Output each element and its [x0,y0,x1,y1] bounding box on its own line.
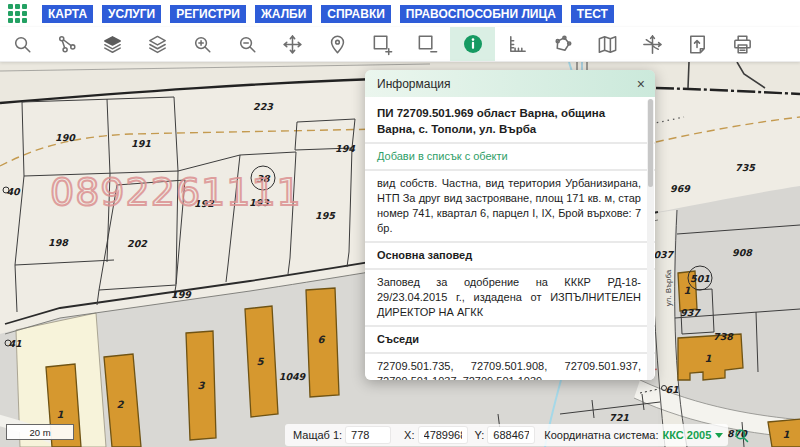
close-icon[interactable]: × [637,77,645,91]
zoom-out-icon[interactable] [225,27,270,61]
layers-outline-icon[interactable] [135,27,180,61]
add-to-list-link[interactable]: Добави в списък с обекти [365,144,655,169]
app-window: КАРТА УСЛУГИ РЕГИСТРИ ЖАЛБИ СПРАВКИ ПРАВ… [0,0,800,447]
neighbors-text: 72709.501.735, 72709.501.908, 72709.501.… [365,354,655,380]
x-label: X: [404,429,414,441]
scale-label: Мащаб 1: [293,429,342,441]
crs-label: Координатна система: [544,429,658,441]
y-input[interactable] [488,427,534,443]
crs-value[interactable]: ККС 2005 [663,429,712,441]
scale-bar: 20 m [6,424,74,440]
status-bar: Мащаб 1: X: Y: Координатна система: ККС … [285,424,728,446]
scale-bar-label: 20 m [29,427,50,438]
apps-grid-icon[interactable] [8,4,27,23]
popup-scrollbar[interactable] [647,99,654,380]
menu-uslugi[interactable]: УСЛУГИ [102,5,161,23]
order-heading: Основна заповед [365,243,655,268]
pan-icon[interactable] [270,27,315,61]
parcel-details: вид собств. Частна, вид територия Урбани… [365,171,655,241]
measure-area-icon[interactable] [540,27,585,61]
chevron-down-icon[interactable] [715,433,723,438]
menu-zhalbi[interactable]: ЖАЛБИ [255,5,312,23]
layers-filled-icon[interactable] [90,27,135,61]
info-popup-body: ПИ 72709.501.969 област Варна, община Ва… [365,97,655,380]
menu-registri[interactable]: РЕГИСТРИ [170,5,246,23]
coordinate-axes-icon[interactable] [630,27,675,61]
print-icon[interactable] [720,27,765,61]
zoom-in-icon[interactable] [180,27,225,61]
x-input[interactable] [419,427,467,443]
order-text: Заповед за одобрение на КККР РД-18-29/23… [365,270,655,325]
info-popup-header: Информация × [365,70,655,97]
scrollbar-thumb[interactable] [648,99,653,187]
street-name-label: ул. Върба [664,270,673,307]
menu-pravosposobni-litsa[interactable]: ПРАВОСПОСОБНИ ЛИЦА [400,5,562,23]
info-popup-title: Информация [377,77,450,91]
neighbors-heading: Съседи [365,327,655,352]
zoom-rect-in-icon[interactable] [360,27,405,61]
menu-spravki[interactable]: СПРАВКИ [321,5,391,23]
map-toolbar [0,27,800,62]
info-popup: Информация × ПИ 72709.501.969 област Вар… [365,70,655,380]
info-icon[interactable] [450,27,495,61]
y-label: Y: [475,429,485,441]
location-pin-icon[interactable] [315,27,360,61]
scale-input[interactable] [346,427,390,443]
top-menu: КАРТА УСЛУГИ РЕГИСТРИ ЖАЛБИ СПРАВКИ ПРАВ… [0,0,800,27]
search-icon[interactable] [0,27,45,61]
measure-length-icon[interactable] [495,27,540,61]
parcel-title: ПИ 72709.501.969 област Варна, община Ва… [365,97,655,142]
map-overview-icon[interactable] [585,27,630,61]
spatial-query-icon[interactable] [45,27,90,61]
zoom-rect-out-icon[interactable] [405,27,450,61]
menu-test[interactable]: ТЕСТ [571,5,614,23]
export-icon[interactable] [675,27,720,61]
statusbar-search-icon[interactable] [733,427,750,444]
menu-karta[interactable]: КАРТА [42,5,93,23]
